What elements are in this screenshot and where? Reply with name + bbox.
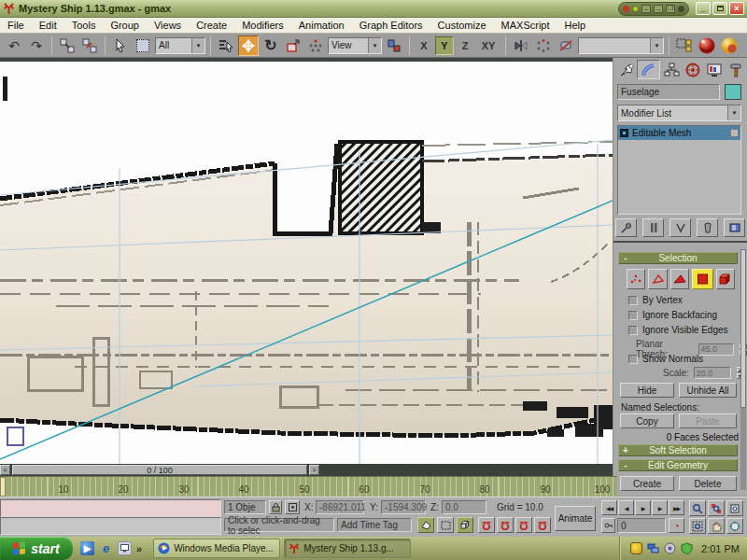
- add-time-tag-field[interactable]: Add Time Tag: [337, 518, 412, 532]
- spinner-snap-icon[interactable]: Ω: [534, 517, 551, 533]
- menu-edit[interactable]: Edit: [32, 19, 64, 32]
- menu-modifiers[interactable]: Modifiers: [234, 19, 291, 32]
- link-icon[interactable]: [57, 35, 78, 56]
- material-editor-icon[interactable]: [697, 35, 717, 56]
- tab-modify-icon[interactable]: [637, 60, 660, 79]
- helper-rollup-icon[interactable]: →: [654, 5, 663, 13]
- antivirus-tray-icon[interactable]: [630, 542, 642, 554]
- percent-snap-icon[interactable]: Ω: [515, 517, 532, 533]
- shield-tray-icon[interactable]: [681, 542, 693, 554]
- track-bar-frame-marker[interactable]: [0, 477, 6, 497]
- restrict-z-button[interactable]: Z: [456, 36, 474, 55]
- menu-customize[interactable]: Customize: [430, 19, 494, 32]
- time-slider-thumb[interactable]: 0 / 100: [12, 465, 307, 475]
- create-button[interactable]: Create: [620, 476, 674, 491]
- unhide-all-button[interactable]: Unhide All: [679, 383, 737, 398]
- select-and-scale-icon[interactable]: [283, 35, 303, 56]
- rollout-edit-geometry-header[interactable]: - Edit Geometry: [618, 459, 738, 471]
- named-selection-set-dropdown[interactable]: ▼: [578, 37, 664, 54]
- dropdown-arrow-icon[interactable]: ▼: [368, 38, 381, 53]
- copy-button[interactable]: Copy: [620, 413, 674, 428]
- dropdown-arrow-icon[interactable]: ▼: [650, 38, 663, 53]
- stack-item-editable-mesh[interactable]: Editable Mesh: [618, 126, 740, 140]
- stack-item-toggle[interactable]: [730, 129, 739, 137]
- show-normals-checkbox[interactable]: Show Normals: [628, 354, 703, 364]
- task-mystery-ship-gmax[interactable]: Mystery Ship 1.13.g...: [284, 539, 411, 558]
- pan-hand-icon[interactable]: [708, 518, 725, 534]
- helper-menu-icon[interactable]: [678, 6, 684, 12]
- tab-utilities-icon[interactable]: [725, 60, 746, 79]
- absolute-mode-icon[interactable]: [285, 500, 300, 514]
- remove-modifier-icon[interactable]: [697, 218, 718, 237]
- render-icon[interactable]: [719, 35, 740, 56]
- panel-scrollbar[interactable]: [740, 249, 746, 490]
- goto-start-button[interactable]: ◀◀: [601, 500, 617, 515]
- paste-button[interactable]: Paste: [679, 413, 737, 428]
- play-button[interactable]: ▶: [635, 500, 651, 515]
- rollout-soft-selection-header[interactable]: + Soft Selection: [618, 444, 738, 456]
- tab-motion-icon[interactable]: [682, 60, 703, 79]
- align-icon[interactable]: [556, 35, 576, 56]
- menu-help[interactable]: Help: [557, 19, 594, 32]
- planar-thresh-field[interactable]: 45.0: [698, 343, 734, 356]
- modifier-list-dropdown[interactable]: Modifier List ▼: [617, 105, 741, 121]
- time-configuration-icon[interactable]: ◔: [669, 518, 684, 533]
- show-desktop-icon[interactable]: [118, 541, 132, 555]
- tab-create-icon[interactable]: [615, 60, 637, 79]
- start-button[interactable]: start: [0, 537, 73, 560]
- adaptive-degradation-icon[interactable]: [417, 517, 434, 533]
- zoom-all-icon[interactable]: [708, 500, 725, 516]
- object-color-swatch[interactable]: [725, 84, 741, 100]
- dropdown-arrow-icon[interactable]: ▼: [727, 105, 740, 120]
- select-object-icon[interactable]: [110, 35, 131, 56]
- x-coordinate-field[interactable]: -86921.011: [316, 500, 364, 514]
- media-player-quicklaunch-icon[interactable]: ▶: [80, 541, 94, 555]
- checkbox[interactable]: [628, 326, 638, 335]
- restrict-x-button[interactable]: X: [415, 36, 433, 55]
- track-bar[interactable]: 10 20 30 40 50 60 70 80 90 100: [0, 476, 617, 497]
- z-coordinate-field[interactable]: 0.0: [442, 500, 486, 514]
- helper-record-icon[interactable]: [623, 6, 629, 12]
- next-frame-button[interactable]: ▶: [652, 500, 668, 515]
- configure-modifier-sets-icon[interactable]: [724, 218, 745, 237]
- restrict-y-button[interactable]: Y: [435, 36, 454, 55]
- maxscript-mini-listener-pink[interactable]: [0, 499, 221, 517]
- y-coordinate-field[interactable]: -1594.309: [381, 500, 426, 514]
- tab-display-icon[interactable]: [703, 60, 725, 79]
- degradation-override-icon[interactable]: [437, 517, 454, 533]
- selection-lock-icon[interactable]: [269, 500, 282, 514]
- mirror-icon[interactable]: [511, 35, 531, 56]
- window-helper-toolbar[interactable]: – → ❒: [618, 2, 689, 16]
- select-and-rotate-icon[interactable]: ↻: [261, 35, 281, 56]
- element-mode-icon[interactable]: [716, 269, 735, 289]
- helper-app-icon[interactable]: [632, 6, 639, 12]
- selection-filter-dropdown[interactable]: All ▼: [155, 37, 205, 54]
- transform-gizmo-icon[interactable]: [305, 35, 326, 56]
- next-frame-arrow[interactable]: >: [309, 465, 319, 475]
- restore-button[interactable]: [712, 2, 727, 15]
- reference-coordinate-dropdown[interactable]: View ▼: [328, 37, 382, 54]
- volume-tray-icon[interactable]: [664, 542, 676, 554]
- scale-field[interactable]: 20.0: [694, 367, 731, 379]
- selection-region-icon[interactable]: [133, 35, 153, 56]
- minimize-button[interactable]: _: [696, 2, 711, 15]
- network-tray-icon[interactable]: [647, 542, 659, 554]
- quick-launch-overflow-chevron[interactable]: »: [136, 543, 142, 554]
- edge-mode-icon[interactable]: [648, 269, 667, 289]
- menu-file[interactable]: File: [0, 19, 32, 32]
- zoom-extents-icon[interactable]: [726, 500, 743, 516]
- region-zoom-icon[interactable]: [689, 518, 706, 534]
- use-center-icon[interactable]: [384, 35, 404, 56]
- helper-resize-icon[interactable]: ❒: [666, 5, 675, 13]
- checkbox[interactable]: [628, 355, 638, 364]
- animate-button[interactable]: Animate: [555, 506, 596, 531]
- pin-stack-icon[interactable]: [615, 218, 637, 237]
- array-icon[interactable]: [533, 35, 554, 56]
- angle-snap-icon[interactable]: Ω: [497, 517, 514, 533]
- make-unique-icon[interactable]: [669, 218, 691, 237]
- menu-group[interactable]: Group: [103, 19, 147, 32]
- previous-frame-arrow[interactable]: <: [0, 465, 10, 475]
- snap-toggle-icon[interactable]: Ω: [478, 517, 495, 533]
- maxscript-mini-listener-white[interactable]: [0, 517, 221, 535]
- goto-end-button[interactable]: ▶▶: [669, 500, 684, 515]
